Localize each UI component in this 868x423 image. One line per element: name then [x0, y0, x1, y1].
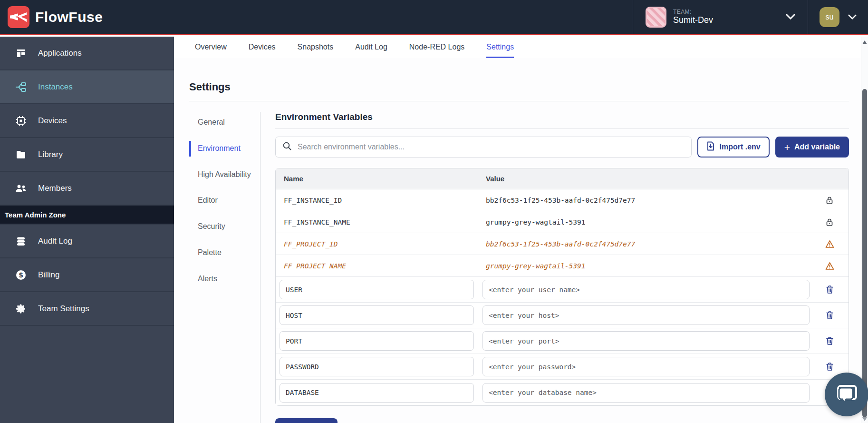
page-scrollbar[interactable]	[861, 37, 868, 423]
env-name-input[interactable]	[280, 383, 474, 403]
table-row	[276, 354, 849, 380]
delete-variable-button[interactable]	[810, 336, 849, 345]
instance-tabbar: Overview Devices Snapshots Audit Log Nod…	[174, 37, 868, 58]
warning-icon	[810, 262, 849, 270]
table-row: FF_INSTANCE_ID bb2f6c53-1f25-453b-aafd-0…	[276, 189, 849, 211]
tab-overview[interactable]: Overview	[195, 37, 227, 58]
sidebar-item-audit-log[interactable]: Audit Log	[0, 225, 174, 258]
devices-icon	[14, 115, 28, 127]
gear-icon	[14, 303, 28, 315]
scroll-up-arrow-icon[interactable]	[862, 40, 867, 44]
subnav-high-availability[interactable]: High Availability	[189, 167, 260, 183]
sidebar-item-team-settings[interactable]: Team Settings	[0, 292, 174, 326]
tab-settings[interactable]: Settings	[486, 37, 514, 58]
env-value: bb2f6c53-1f25-453b-aafd-0c2f475d7e77	[478, 240, 810, 248]
tab-audit-log[interactable]: Audit Log	[355, 37, 387, 58]
env-value-input[interactable]	[482, 280, 810, 299]
subnav-alerts[interactable]: Alerts	[189, 271, 260, 287]
settings-subnav: General Environment High Availability Ed…	[189, 112, 260, 423]
audit-log-icon	[14, 236, 28, 247]
env-value-input[interactable]	[482, 305, 810, 325]
table-row	[276, 277, 849, 303]
sidebar-item-label: Billing	[38, 270, 59, 280]
env-variables-heading: Environment Variables	[275, 112, 849, 129]
team-admin-zone-header: Team Admin Zone	[0, 206, 174, 225]
import-file-icon	[706, 141, 715, 153]
env-name-input[interactable]	[280, 357, 474, 376]
env-value-input[interactable]	[482, 383, 810, 403]
env-name: FF_INSTANCE_ID	[276, 197, 478, 204]
env-value: grumpy-grey-wagtail-5391	[478, 262, 810, 270]
instances-icon	[14, 81, 28, 93]
env-value: grumpy-grey-wagtail-5391	[478, 218, 810, 226]
env-value-input[interactable]	[482, 331, 810, 351]
team-label: TEAM:	[673, 9, 713, 15]
delete-variable-button[interactable]	[810, 362, 849, 371]
column-header-value: Value	[478, 175, 810, 183]
user-menu[interactable]: su	[808, 0, 868, 34]
save-settings-button[interactable]: Save settings	[275, 418, 338, 423]
sidebar-item-instances[interactable]: Instances	[0, 70, 174, 104]
sidebar: Applications Instances Devices Library M…	[0, 37, 174, 423]
subnav-security[interactable]: Security	[189, 219, 260, 235]
brand-name: FlowFuse	[35, 9, 103, 25]
sidebar-item-label: Instances	[38, 82, 73, 92]
env-name-input[interactable]	[280, 331, 474, 351]
subnav-environment[interactable]: Environment	[189, 141, 260, 157]
env-name: FF_INSTANCE_NAME	[276, 218, 478, 226]
flowfuse-logo-icon	[8, 6, 29, 28]
env-search-input[interactable]	[298, 143, 685, 151]
svg-text:$: $	[19, 271, 23, 279]
team-name: Sumit-Dev	[673, 15, 713, 26]
tab-node-red-logs[interactable]: Node-RED Logs	[409, 37, 465, 58]
warning-icon	[810, 240, 849, 248]
billing-icon: $	[14, 269, 28, 281]
tab-devices[interactable]: Devices	[249, 37, 276, 58]
chat-widget-button[interactable]	[825, 373, 868, 416]
lock-icon	[810, 196, 849, 205]
table-row: FF_PROJECT_NAME grumpy-grey-wagtail-5391	[276, 255, 849, 277]
table-row: FF_PROJECT_ID bb2f6c53-1f25-453b-aafd-0c…	[276, 233, 849, 255]
env-name-input[interactable]	[280, 305, 474, 325]
delete-variable-button[interactable]	[810, 311, 849, 320]
env-name: FF_PROJECT_ID	[276, 240, 478, 248]
sidebar-item-applications[interactable]: Applications	[0, 37, 174, 70]
lock-icon	[810, 218, 849, 226]
env-value-input[interactable]	[482, 357, 810, 376]
library-icon	[14, 149, 28, 160]
team-selector[interactable]: TEAM: Sumit-Dev	[633, 0, 808, 34]
subnav-palette[interactable]: Palette	[189, 245, 260, 261]
search-icon	[282, 141, 292, 153]
tab-snapshots[interactable]: Snapshots	[298, 37, 334, 58]
chevron-down-icon	[848, 13, 857, 21]
title-divider	[189, 101, 849, 101]
import-env-button[interactable]: Import .env	[697, 137, 769, 157]
add-variable-button[interactable]: + Add variable	[775, 137, 849, 157]
scrollbar-thumb[interactable]	[862, 89, 867, 417]
sidebar-item-library[interactable]: Library	[0, 138, 174, 172]
scroll-down-arrow-icon[interactable]	[862, 417, 867, 421]
sidebar-item-billing[interactable]: $ Billing	[0, 258, 174, 292]
team-avatar	[646, 7, 666, 28]
chat-icon	[834, 382, 859, 407]
members-icon	[14, 183, 28, 194]
subnav-general[interactable]: General	[189, 115, 260, 130]
sidebar-item-label: Applications	[38, 49, 82, 58]
env-name-input[interactable]	[280, 280, 474, 299]
sidebar-item-label: Audit Log	[38, 236, 72, 246]
flowfuse-logo[interactable]: FlowFuse	[0, 6, 103, 28]
sidebar-item-label: Library	[38, 150, 63, 159]
subnav-editor[interactable]: Editor	[189, 193, 260, 208]
table-row	[276, 328, 849, 354]
env-value: bb2f6c53-1f25-453b-aafd-0c2f475d7e77	[478, 197, 810, 204]
env-search-box	[275, 137, 692, 157]
plus-icon: +	[784, 142, 790, 152]
page-title: Settings	[189, 81, 849, 93]
table-header: Name Value	[276, 168, 849, 189]
table-row: FF_INSTANCE_NAME grumpy-grey-wagtail-539…	[276, 211, 849, 233]
applications-icon	[14, 48, 28, 59]
sidebar-item-devices[interactable]: Devices	[0, 104, 174, 138]
chevron-down-icon	[786, 13, 795, 21]
sidebar-item-members[interactable]: Members	[0, 172, 174, 206]
delete-variable-button[interactable]	[810, 285, 849, 294]
